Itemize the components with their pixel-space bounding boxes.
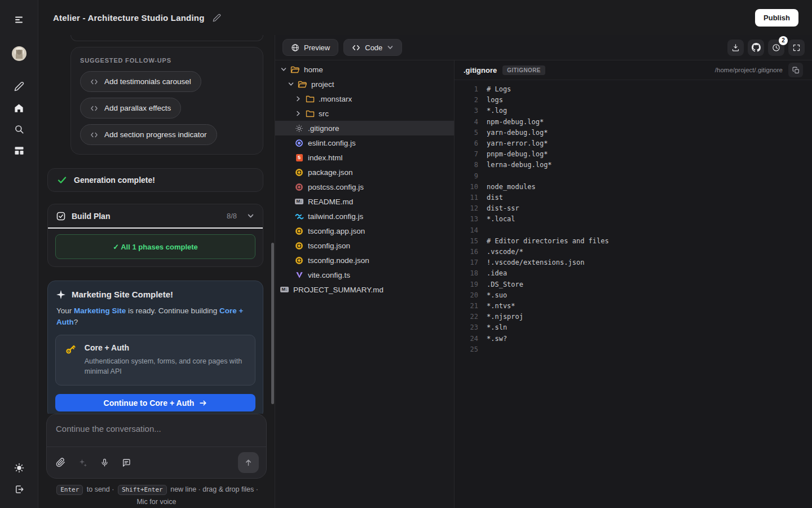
user-avatar[interactable] (12, 46, 27, 61)
send-button[interactable] (238, 452, 259, 473)
history-button[interactable]: 2 (768, 40, 784, 56)
continue-phase-button[interactable]: Continue to Core + Auth (55, 394, 255, 411)
github-icon (752, 43, 761, 52)
tree-item-package-json[interactable]: package.json (275, 165, 454, 179)
tree-item--gitignore[interactable]: .gitignore (275, 121, 454, 135)
logout-button[interactable] (8, 479, 30, 500)
tree-item--monstarx[interactable]: .monstarx (275, 91, 454, 106)
tree-item-label: tsconfig.json (308, 242, 350, 250)
tree-item-label: PROJECT_SUMMARY.md (293, 286, 383, 294)
next-phase-card[interactable]: Core + Auth Authentication system, forms… (55, 335, 255, 386)
kbd-enter: Enter (56, 485, 83, 495)
code-icon (352, 44, 360, 51)
code-line: 3*.log (454, 106, 812, 116)
line-content (478, 225, 487, 236)
arrow-up-icon (244, 458, 253, 467)
tree-item-tsconfig-node-json[interactable]: tsconfig.node.json (275, 253, 454, 268)
download-button[interactable] (727, 40, 744, 56)
tree-item-label: tsconfig.app.json (308, 227, 365, 235)
feedback-button[interactable] (122, 458, 131, 467)
rail-item-new-chat[interactable] (8, 76, 30, 97)
suggested-followups-heading: SUGGESTED FOLLOW-UPS (80, 57, 254, 64)
tab-code[interactable]: Code (343, 39, 402, 56)
line-number: 19 (454, 279, 478, 290)
code-line: 17!.vscode/extensions.json (454, 257, 812, 268)
line-number: 22 (454, 312, 478, 322)
theme-toggle-button[interactable] (8, 457, 30, 479)
line-content: *.ntvs* (478, 301, 515, 312)
next-phase-title: Core + Auth (85, 343, 246, 352)
line-content: node_modules (478, 182, 536, 192)
sparkles-icon (78, 458, 87, 467)
tree-item-home[interactable]: home (275, 62, 454, 77)
tree-item-vite-config-ts[interactable]: vite.config.ts (275, 268, 454, 282)
line-number: 2 (454, 95, 478, 106)
marketing-site-link[interactable]: Marketing Site (74, 306, 126, 315)
edit-title-button[interactable] (213, 14, 221, 22)
publish-button[interactable]: Publish (755, 9, 798, 27)
line-number: 4 (454, 117, 478, 128)
pencil-icon (213, 14, 221, 22)
chat-messages: SUGGESTED FOLLOW-UPS Add testimonials ca… (38, 35, 275, 414)
enhance-prompt-button[interactable] (78, 458, 87, 467)
home-icon (14, 103, 24, 113)
tree-item-eslint-config-js[interactable]: eslint.config.js (275, 135, 454, 150)
suggested-followup-label: Add parallax effects (104, 104, 171, 112)
tab-preview[interactable]: Preview (283, 39, 338, 56)
tree-item-src[interactable]: src (275, 106, 454, 121)
folder-open-icon (298, 80, 307, 89)
line-number: 10 (454, 182, 478, 192)
project-title: Atelier - Architecture Studio Landing (53, 13, 205, 23)
editor-header: .gitignore GITIGNORE /home/project/.giti… (454, 60, 812, 80)
line-content: .DS_Store (478, 279, 523, 290)
code-line: 16.vscode/* (454, 247, 812, 257)
tree-item-label: .gitignore (308, 124, 339, 133)
line-number: 14 (454, 225, 478, 236)
code-line: 14 (454, 225, 812, 236)
chevron-down-icon (288, 81, 294, 87)
code-line: 11dist (454, 192, 812, 203)
top-bar: Atelier - Architecture Studio Landing Pu… (38, 0, 812, 35)
tree-item-postcss-config-js[interactable]: postcss.config.js (275, 179, 454, 194)
tree-item-tailwind-config-js[interactable]: tailwind.config.js (275, 209, 454, 224)
json-icon (295, 257, 303, 264)
github-button[interactable] (748, 40, 764, 56)
code-content[interactable]: 1# Logs2logs3*.log4npm-debug.log*5yarn-d… (454, 80, 812, 508)
code-editor: .gitignore GITIGNORE /home/project/.giti… (454, 60, 812, 508)
copy-icon (792, 67, 800, 74)
chat-input[interactable] (47, 414, 266, 446)
line-number: 11 (454, 192, 478, 203)
sidebar-toggle-button[interactable] (8, 9, 30, 30)
tree-item-tsconfig-app-json[interactable]: tsconfig.app.json (275, 224, 454, 238)
fullscreen-button[interactable] (788, 40, 805, 56)
suggested-followups-list: Add testimonials carouselAdd parallax ef… (80, 71, 254, 145)
chat-scrollbar[interactable] (271, 243, 274, 404)
mic-button[interactable] (100, 458, 109, 467)
tree-item-tsconfig-json[interactable]: tsconfig.json (275, 238, 454, 253)
line-number: 12 (454, 203, 478, 214)
rail-item-templates[interactable] (8, 140, 30, 161)
tree-item-project-summary-md[interactable]: M↓PROJECT_SUMMARY.md (275, 282, 454, 297)
code-line: 19.DS_Store (454, 279, 812, 290)
workspace-toolbar: Preview Code (275, 35, 812, 60)
tree-item-project[interactable]: project (275, 77, 454, 91)
suggested-followup-button[interactable]: Add parallax effects (80, 98, 181, 119)
suggested-followup-button[interactable]: Add testimonials carousel (80, 71, 201, 92)
tab-code-label: Code (365, 43, 382, 52)
previous-message-card (70, 35, 263, 41)
line-content: *.sln (478, 322, 507, 333)
eslint-icon (295, 139, 303, 147)
tree-item-label: eslint.config.js (308, 139, 356, 147)
tree-item-readme-md[interactable]: M↓README.md (275, 194, 454, 209)
attach-file-button[interactable] (56, 458, 65, 467)
rail-item-search[interactable] (8, 119, 30, 140)
suggested-followup-button[interactable]: Add section progress indicator (80, 124, 217, 145)
copy-file-button[interactable] (788, 63, 803, 77)
arrow-right-icon (199, 399, 207, 407)
sun-icon (14, 463, 24, 473)
rail-item-home[interactable] (8, 97, 30, 119)
folder-open-icon (290, 65, 300, 74)
app-window: Atelier - Architecture Studio Landing Pu… (0, 0, 812, 508)
tree-item-index-html[interactable]: 5index.html (275, 150, 454, 165)
build-plan-header[interactable]: Build Plan 8/8 (48, 204, 263, 227)
